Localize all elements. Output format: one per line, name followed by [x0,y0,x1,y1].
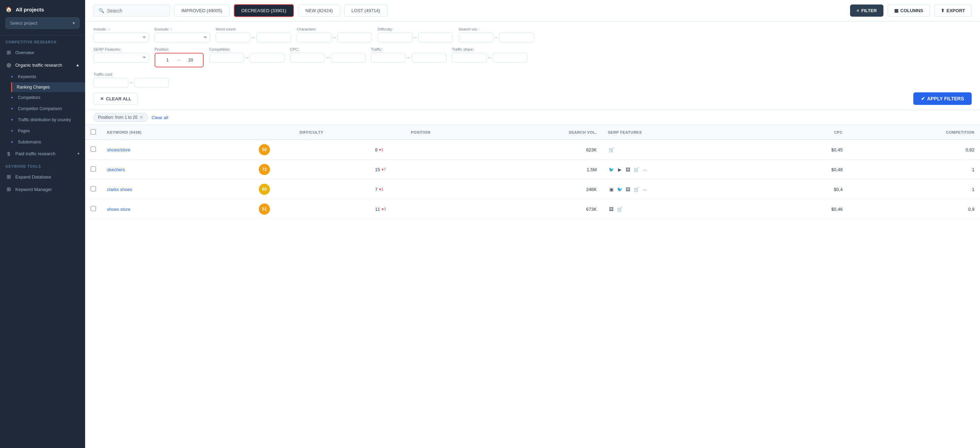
tab-new[interactable]: NEW (82424) [298,5,340,17]
row-checkbox[interactable] [91,166,96,172]
filter-actions: ✕ CLEAR ALL ✔ APPLY FILTERS [94,92,972,110]
keyword-link[interactable]: skechers [107,167,125,172]
keyword-tools-label: KEYWORD TOOLS [0,160,85,170]
difficulty-to[interactable] [418,33,453,42]
col-select-all[interactable] [85,125,102,140]
serp-features-select[interactable] [94,53,149,62]
traffic-cost-from[interactable] [94,78,128,87]
sidebar-item-competitor-comparison[interactable]: Competitor Comparison [11,103,85,114]
competition-from[interactable] [209,53,244,62]
tag-label: Position: from 1 to 20 [98,115,137,120]
position-from[interactable] [159,56,176,65]
characters-label: Characters: [297,27,372,31]
sidebar-item-organic-traffic[interactable]: ◎ Organic traffic research ▲ [0,59,85,71]
sidebar-item-traffic-distribution[interactable]: Traffic distribution by country [11,114,85,126]
sidebar-item-keywords[interactable]: Keywords [11,71,85,82]
clear-all-link[interactable]: Clear all [151,115,168,120]
sidebar-item-paid-traffic[interactable]: $ Paid traffic research ▾ [0,148,85,160]
sidebar-item-pages[interactable]: Pages [11,126,85,137]
row-difficulty: 60 [253,180,369,199]
col-search-vol[interactable]: SEARCH VOL. [472,125,602,140]
col-keyword[interactable]: KEYWORD (6438) [102,125,253,140]
row-checkbox-cell[interactable] [85,180,102,199]
difficulty-badge: 50 [259,144,270,155]
export-button[interactable]: ⬆ EXPORT [934,5,972,17]
col-serp-features[interactable]: SERP FEATURES [602,125,774,140]
cpc-to[interactable] [331,53,366,62]
row-competition: 1 [848,160,980,180]
row-checkbox[interactable] [91,146,96,152]
project-select[interactable]: Select project ▾ [6,17,80,29]
filter-position: Position: – [154,47,204,67]
search-icon: 🔍 [99,8,104,13]
row-competition: 0,9 [848,199,980,219]
competition-to[interactable] [250,53,285,62]
col-cpc[interactable]: CPC [774,125,848,140]
sidebar-item-ranking-changes[interactable]: Ranking Changes [11,82,85,92]
include-select[interactable] [94,33,149,42]
position-to[interactable] [182,56,199,65]
row-checkbox-cell[interactable] [85,160,102,180]
word-count-from[interactable] [216,33,250,42]
search-vol-dash: – [495,34,498,41]
row-cpc: $0,46 [774,199,848,219]
tab-decreased[interactable]: DECREASED (33901) [234,4,294,17]
traffic-share-to[interactable] [493,53,527,62]
exclude-select[interactable] [154,33,210,42]
difficulty-from[interactable] [378,33,412,42]
characters-from[interactable] [297,33,331,42]
col-position[interactable]: POSITION [369,125,472,140]
col-competition[interactable]: COMPETITION [848,125,980,140]
filter-button[interactable]: ≡ FILTER [850,5,883,17]
word-count-to[interactable] [256,33,291,42]
select-all-checkbox[interactable] [91,129,96,134]
traffic-cost-to[interactable] [134,78,169,87]
sidebar-item-expand-database[interactable]: ⊞ Expand Database [0,170,85,183]
serp-icon: 🐦 [616,186,623,193]
row-checkbox[interactable] [91,186,96,191]
columns-button[interactable]: ▦ COLUMNS [888,5,930,17]
keyword-link[interactable]: shoes store [107,207,130,212]
position-change: ♥7 [382,167,386,172]
search-input[interactable] [107,8,156,14]
sidebar-item-overview[interactable]: ⊞ Overview [0,46,85,59]
row-checkbox-cell[interactable] [85,140,102,160]
sidebar-item-keyword-manager[interactable]: ⊞ Keyword Manager [0,183,85,195]
search-box[interactable]: 🔍 [94,5,170,17]
apply-filters-label: APPLY FILTERS [927,96,964,102]
row-serp-features: 🐦▶🖼🛒··· [602,160,774,180]
row-checkbox-cell[interactable] [85,199,102,219]
clear-all-label: CLEAR ALL [106,96,131,102]
serp-icon: ··· [641,166,648,173]
row-cpc: $0,48 [774,160,848,180]
tab-lost[interactable]: LOST (49714) [344,5,387,17]
sidebar-logo[interactable]: 🏠 All projects [6,6,80,13]
keyword-link[interactable]: clarks shoes [107,187,132,192]
row-checkbox[interactable] [91,206,96,211]
tag-close-icon[interactable]: ✕ [139,114,143,120]
traffic-from[interactable] [371,53,406,62]
position-change: ♥1 [379,187,383,191]
filter-difficulty: Difficulty: – [378,27,453,42]
apply-filters-button[interactable]: ✔ APPLY FILTERS [913,92,972,105]
position-filter-tag[interactable]: Position: from 1 to 20 ✕ [94,113,148,122]
col-difficulty[interactable]: DIFFICULTY [253,125,369,140]
position-label: Position: [154,47,204,51]
clear-all-button[interactable]: ✕ CLEAR ALL [94,93,138,105]
traffic-share-from[interactable] [452,53,487,62]
sidebar-item-competitors[interactable]: Competitors [11,92,85,103]
filter-row-3: Traffic cost: – [94,72,972,87]
characters-to[interactable] [337,33,372,42]
row-difficulty: 50 [253,140,369,160]
search-vol-from[interactable] [458,33,493,42]
search-vol-to[interactable] [499,33,534,42]
competition-dash: – [245,54,248,61]
keyword-link[interactable]: shoes/store [107,147,130,153]
serp-icon: ··· [641,186,648,193]
cpc-from[interactable] [290,53,325,62]
include-label: Include: i [94,27,149,31]
traffic-to[interactable] [412,53,446,62]
sidebar-item-subdomains[interactable]: Subdomains [11,137,85,148]
tab-improved[interactable]: IMPROVED (49005) [174,5,230,17]
row-position: 8 ♥1 [369,140,472,160]
